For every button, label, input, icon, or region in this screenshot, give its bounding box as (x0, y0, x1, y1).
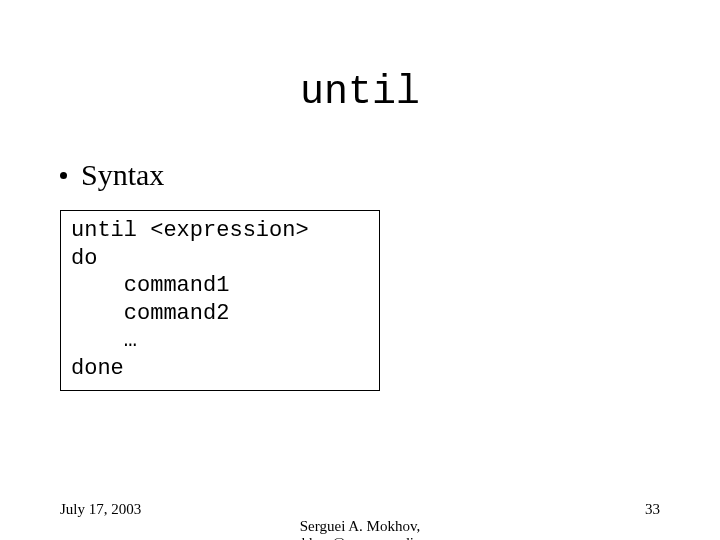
code-line: … (71, 328, 137, 353)
footer-email: mokhov@cs.concordia.ca (0, 535, 720, 540)
footer-page-number: 33 (645, 501, 660, 518)
footer-date: July 17, 2003 (60, 501, 141, 518)
code-line: until <expression> (71, 218, 309, 243)
slide: until Syntax until <expression> do comma… (0, 0, 720, 540)
code-line: do (71, 246, 97, 271)
footer-author-block: Serguei A. Mokhov, mokhov@cs.concordia.c… (0, 518, 720, 540)
code-line: done (71, 356, 124, 381)
code-block: until <expression> do command1 command2 … (60, 210, 380, 391)
bullet-item: Syntax (60, 158, 164, 192)
code-line: command1 (71, 273, 229, 298)
slide-title: until (0, 70, 720, 115)
bullet-text: Syntax (81, 158, 164, 192)
code-line: command2 (71, 301, 229, 326)
footer-author: Serguei A. Mokhov, (0, 518, 720, 535)
bullet-icon (60, 172, 67, 179)
